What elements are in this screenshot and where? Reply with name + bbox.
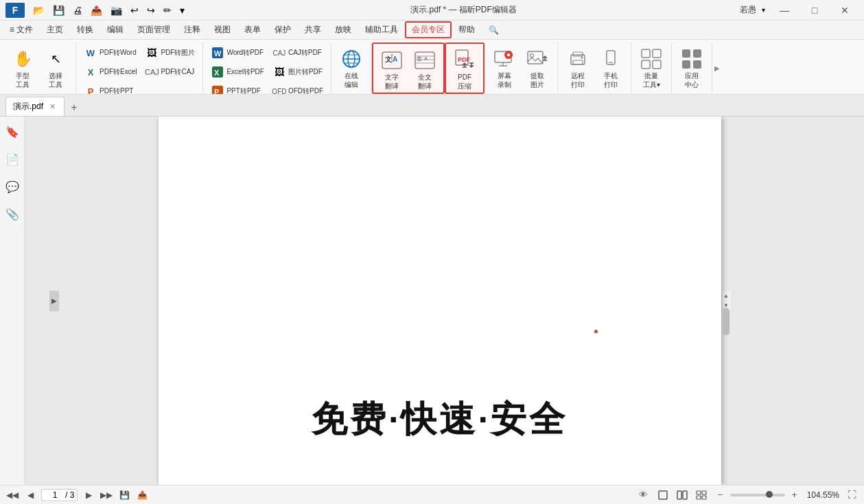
view-mode-1-icon[interactable] [656,488,670,502]
maximize-button[interactable]: □ [801,3,828,18]
pdf-to-img-button[interactable]: 🖼 PDF转图片 [141,44,198,62]
screen-record-button[interactable]: 屏幕录制 [489,44,520,92]
ppt-icon: P [211,84,224,95]
menu-file[interactable]: ≡ 文件 [3,21,40,38]
more-icon[interactable]: ▾ [177,3,187,17]
ribbon-translate-items: 文 A 文字翻译 全 A [376,45,441,93]
pdf-compress-button[interactable]: PDF PDF压缩 [449,45,480,93]
menu-play[interactable]: 放映 [328,21,358,38]
pdf-to-caj-button[interactable]: CAJ PDF转CAJ [141,63,198,81]
attachment-icon[interactable]: 📎 [3,204,22,224]
excel-to-pdf-button[interactable]: X Excel转PDF [207,63,267,81]
caj-to-pdf-button[interactable]: CAJ CAJ转PDF [269,44,327,62]
page-number-input[interactable] [45,490,65,500]
undo-icon[interactable]: ↩ [128,3,141,17]
minimize-button[interactable]: — [771,3,798,18]
zoom-slider[interactable] [730,494,785,496]
zoom-minus-button[interactable]: − [714,488,727,502]
svg-rect-47 [702,491,706,494]
cursor-icon[interactable]: ✏ [161,3,174,17]
batch-tools-button[interactable]: 批量工具▾ [635,44,667,92]
ribbon-group-pdf-convert1: W PDF转Word X PDF转Excel P PDF转PPT 🖼 PDF转图… [76,43,203,94]
select-tool-button[interactable]: ↖ 选择工具 [40,44,71,92]
extract-icon [525,47,550,71]
pdf-to-ppt-button[interactable]: P PDF转PPT [80,82,140,95]
ribbon-scroll-right[interactable]: ▶ [712,43,722,94]
menu-home[interactable]: 主页 [40,21,70,38]
save-status-button[interactable]: 💾 [117,488,131,502]
app-logo: F [5,3,25,18]
bookmark-icon[interactable]: 🔖 [3,122,22,141]
remote-print-button[interactable]: 远程打印 [562,44,594,92]
ribbon-group-translate: 文 A 文字翻译 全 A [372,43,445,94]
ribbon-app-items: 应用中心 [676,44,708,93]
pdf-to-excel-button[interactable]: X PDF转Excel [80,63,140,81]
left-nav-arrow[interactable]: ▶ [49,291,59,311]
pdf-to-word-button[interactable]: W PDF转Word [80,44,140,62]
menu-help[interactable]: 帮助 [452,21,482,38]
ppt-pdf-label: PPT转PDF [226,86,260,95]
svg-rect-38 [653,60,661,69]
menu-search[interactable]: 🔍 [482,23,506,38]
ribbon-group-to-pdf: W Word转PDF X Excel转PDF [203,43,331,94]
svg-rect-36 [653,49,661,58]
word-icon: W [211,46,224,60]
tab-close-button[interactable]: ✕ [47,102,57,112]
menu-edit[interactable]: 编辑 [100,21,130,38]
app-center-button[interactable]: 应用中心 [676,44,708,92]
hand-tool-button[interactable]: ✋ 手型工具 [7,44,38,92]
text-translate-icon: 文 A [380,48,404,73]
word-to-pdf-button[interactable]: W Word转PDF [207,44,267,62]
full-translate-button[interactable]: 全 A 全文翻译 [409,45,441,93]
view-mode-2-icon[interactable] [675,488,689,502]
img-to-pdf-button[interactable]: 🖼 图片转PDF [269,63,327,81]
svg-rect-30 [573,52,583,56]
online-edit-button[interactable]: 在线编辑 [336,44,367,92]
export-status-button[interactable]: 📤 [135,488,149,502]
save-icon[interactable]: 💾 [50,3,67,17]
menu-protect[interactable]: 保护 [268,21,298,38]
title-bar: F 📂 💾 🖨 📤 📷 ↩ ↪ ✏ ▾ 演示.pdf * — 福昕PDF编辑器 … [0,0,864,21]
view-mode-3-icon[interactable] [694,488,708,502]
next-page-button[interactable]: ▶ [82,488,95,502]
menu-convert[interactable]: 转换 [70,21,100,38]
excel-pdf-label: Excel转PDF [226,67,264,77]
zoom-controls: − + [714,488,802,502]
zoom-plus-button[interactable]: + [788,488,802,502]
eye-icon[interactable]: 👁 [637,488,651,502]
redo-icon[interactable]: ↪ [144,3,158,17]
menu-form[interactable]: 表单 [237,21,268,38]
pdf-ppt-icon: P [84,84,97,95]
tab-demo-pdf[interactable]: 演示.pdf ✕ [5,97,65,116]
close-button[interactable]: ✕ [831,3,859,18]
menu-comment[interactable]: 注释 [177,21,207,38]
svg-rect-35 [642,49,650,58]
ppt-to-pdf-button[interactable]: P PPT转PDF [207,82,267,95]
open-icon[interactable]: 📂 [30,3,47,17]
menu-view[interactable]: 视图 [207,21,237,38]
fullscreen-button[interactable]: ⛶ [845,488,859,502]
menu-assist[interactable]: 辅助工具 [358,21,405,38]
svg-text:文: 文 [385,56,392,63]
text-translate-button[interactable]: 文 A 文字翻译 [376,45,408,93]
full-translate-label: 全文翻译 [418,73,432,91]
first-page-button[interactable]: ◀◀ [5,488,19,502]
menu-page[interactable]: 页面管理 [130,21,177,38]
prev-page-button[interactable]: ◀ [23,488,37,502]
mobile-print-button[interactable]: 手机打印 [595,44,627,92]
extract-img-button[interactable]: 提取图片 [522,44,553,92]
print-icon[interactable]: 🖨 [70,3,85,17]
ofd-to-pdf-button[interactable]: OFD OFD转PDF [269,82,327,95]
add-tab-button[interactable]: + [66,99,82,116]
comment-sidebar-icon[interactable]: 💬 [3,177,22,196]
last-page-button[interactable]: ▶▶ [100,488,113,502]
menu-share[interactable]: 共享 [298,21,328,38]
export-icon[interactable]: 📤 [88,3,105,17]
batch-label: 批量工具▾ [643,71,660,89]
menu-member[interactable]: 会员专区 [405,21,452,38]
pages-icon[interactable]: 📄 [3,149,22,169]
remote-print-label: 远程打印 [571,71,585,89]
scroll-up-button[interactable]: ▲ [721,291,731,301]
user-dropdown-icon[interactable]: ▾ [762,6,765,14]
scan-icon[interactable]: 📷 [108,3,125,17]
